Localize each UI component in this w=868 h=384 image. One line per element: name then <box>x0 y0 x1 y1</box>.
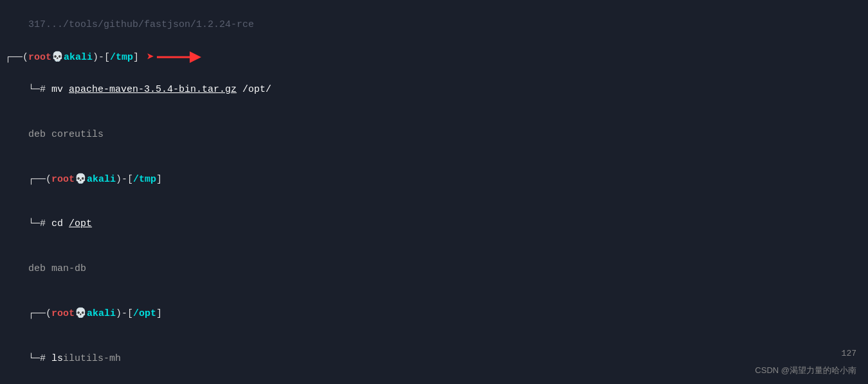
deb-coreutils: deb coreutils <box>5 112 863 157</box>
prompt-line-1: ┌──(root💀akali)-[/tmp] ➤ <box>5 48 863 67</box>
page-number: 127 <box>842 349 856 358</box>
ls-output-line: apache-maven-3.5.4-bin.tar.gz containerd… <box>5 381 863 384</box>
arrow-right-1: ➤ <box>147 48 154 67</box>
terminal-window: 317.../tools/github/fastjson/1.2.24-rce … <box>0 0 868 384</box>
faded-path-line: 317.../tools/github/fastjson/1.2.24-rce <box>5 3 863 48</box>
arrow-svg-1 <box>157 50 202 64</box>
deb-mandb: deb man-db <box>5 247 863 292</box>
command-line-cd: └─# cd /opt <box>5 202 863 247</box>
command-line-ls: └─# lsilutils-mh <box>5 336 863 381</box>
faded-path: 317.../tools/github/fastjson/1.2.24-rce <box>28 19 254 30</box>
command-line-mv: └─# mv apache-maven-3.5.4-bin.tar.gz /op… <box>5 67 863 112</box>
csdn-watermark: CSDN @渴望力量的哈小南 <box>755 365 856 376</box>
prompt-line-3: ┌──(root💀akali)-[/opt] <box>5 292 863 336</box>
prompt-line-2: ┌──(root💀akali)-[/tmp] <box>5 157 863 202</box>
